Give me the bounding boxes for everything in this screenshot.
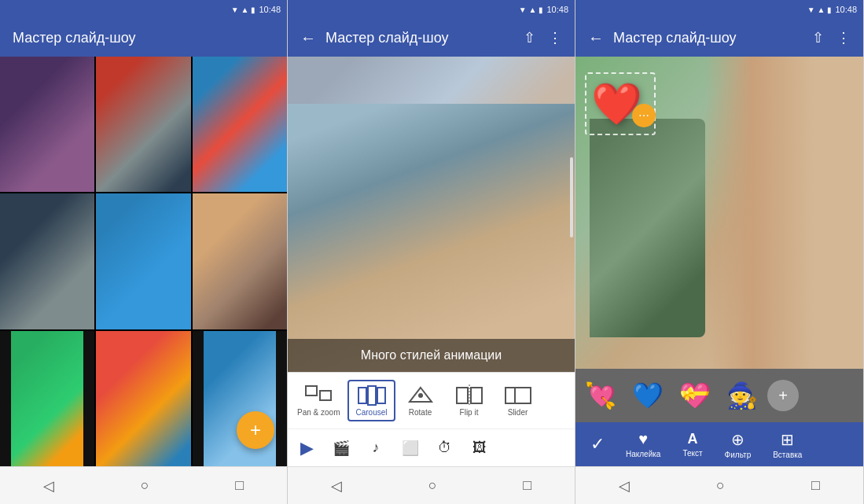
carousel-label: Carousel [355, 408, 387, 417]
sticker-content: ❤️ ⋯ 💘 💙 💝 🧙 + [575, 57, 863, 466]
rotate-icon [406, 384, 435, 407]
status-icons-2: ▼ ▲ ▮ [519, 6, 544, 14]
anim-rotate[interactable]: Rotate [397, 381, 444, 420]
signal-icon-3: ▼ [807, 6, 815, 14]
insert-tool-button[interactable]: ⊞ Вставка [763, 427, 811, 462]
wifi-icon-2: ▲ [529, 6, 537, 14]
photo-grid [0, 57, 287, 466]
play-button[interactable]: ▶ [294, 436, 319, 461]
filter-tool-button[interactable]: ⊕ Фильтр [715, 427, 761, 462]
grid-cell-0[interactable] [0, 57, 94, 192]
svg-rect-7 [457, 388, 468, 403]
check-button[interactable]: ✓ [582, 429, 613, 460]
grid-cell-7[interactable] [96, 331, 190, 466]
sticker-tool-button[interactable]: ♥ Наклейка [616, 427, 670, 462]
grid-cell-8[interactable] [193, 331, 287, 466]
share-icon-2[interactable]: ⇧ [524, 29, 535, 46]
more-icon-3[interactable]: ⋮ [836, 29, 851, 46]
anim-carousel[interactable]: Carousel [347, 380, 395, 421]
anim-slider[interactable]: Slider [495, 381, 542, 420]
svg-rect-8 [471, 388, 482, 403]
video-button[interactable]: 🎬 [329, 436, 354, 461]
anim-toolbar: Pan & zoom Carousel [288, 372, 575, 429]
music-button[interactable]: ♪ [363, 436, 388, 461]
bottom-nav-1: ◁ ○ □ [0, 466, 287, 504]
nav-home-2[interactable]: ○ [428, 477, 437, 494]
nav-back-1[interactable]: ◁ [43, 477, 54, 495]
sticker-label: Наклейка [626, 450, 660, 458]
back-button-3[interactable]: ← [588, 29, 604, 47]
carousel-icon [358, 384, 386, 407]
photo-girl-dark [0, 57, 94, 192]
svg-rect-3 [368, 386, 376, 405]
grid-cell-3[interactable] [0, 193, 94, 329]
photo-eiffel [0, 193, 94, 329]
grid-cell-4[interactable] [96, 193, 190, 329]
nav-back-3[interactable]: ◁ [619, 477, 630, 495]
status-bar-2: ▼ ▲ ▮ 10:48 [288, 0, 575, 19]
battery-icon-2: ▮ [539, 6, 543, 14]
phone-1: ▼ ▲ ▮ 10:48 Мастер слайд-шоу [0, 0, 288, 504]
slide-button[interactable]: ⬜ [398, 436, 423, 461]
grid-cell-2[interactable] [193, 57, 287, 192]
nav-home-1[interactable]: ○ [141, 477, 149, 494]
dot-menu-icon: ⋯ [638, 109, 649, 122]
filter-label: Фильтр [725, 451, 752, 459]
svg-point-6 [418, 393, 423, 398]
photo-boat [96, 193, 190, 329]
back-button-2[interactable]: ← [300, 29, 316, 47]
sticker-blue-heart[interactable]: 💙 [626, 373, 670, 418]
editor-content: Много стилей анимации Pan & zoom [288, 57, 575, 466]
nav-recent-2[interactable]: □ [523, 477, 531, 494]
anim-flip[interactable]: Flip it [446, 381, 493, 420]
more-icon-2[interactable]: ⋮ [548, 29, 562, 46]
slide-icon: ⬜ [402, 440, 419, 457]
photo-child [0, 331, 94, 466]
grid-cell-6[interactable] [0, 331, 94, 466]
nav-home-3[interactable]: ○ [716, 477, 725, 494]
slider-icon [504, 384, 532, 407]
status-icons-3: ▼ ▲ ▮ [807, 6, 833, 14]
anim-pan-zoom[interactable]: Pan & zoom [291, 381, 346, 420]
rotate-label: Rotate [409, 408, 432, 417]
svg-rect-1 [320, 391, 331, 400]
sticker-arrow-heart[interactable]: 💘 [579, 373, 623, 418]
text-tool-button[interactable]: A Текст [673, 428, 711, 461]
svg-rect-4 [377, 388, 385, 403]
svg-rect-2 [358, 388, 366, 403]
check-icon: ✓ [590, 434, 605, 454]
sticker-add-button[interactable]: + [767, 380, 799, 411]
battery-icon-1: ▮ [251, 6, 256, 14]
text-icon: A [688, 431, 698, 447]
grid-cell-5[interactable] [193, 193, 287, 329]
app-bar-3: ← Мастер слайд-шоу ⇧ ⋮ [575, 19, 863, 57]
sticker-witch[interactable]: 🧙 [720, 373, 764, 418]
sticker-icon: ♥ [638, 430, 648, 448]
svg-rect-10 [506, 388, 531, 403]
frame-icon: 🖼 [472, 440, 487, 456]
insert-label: Вставка [773, 451, 802, 459]
preview-top [288, 57, 575, 104]
app-title-2: Мастер слайд-шоу [325, 30, 514, 46]
music-icon: ♪ [373, 440, 380, 456]
app-title-1: Мастер слайд-шоу [13, 30, 274, 46]
time-3: 10:48 [835, 5, 857, 14]
timer-button[interactable]: ⏱ [432, 436, 458, 461]
nav-back-2[interactable]: ◁ [331, 477, 342, 495]
frame-button[interactable]: 🖼 [467, 436, 492, 461]
filter-icon: ⊕ [731, 430, 745, 449]
grid-cell-1[interactable] [96, 57, 190, 192]
phone-2: ▼ ▲ ▮ 10:48 ← Мастер слайд-шоу ⇧ ⋮ М [288, 0, 575, 504]
phone-3: ▼ ▲ ▮ 10:48 ← Мастер слайд-шоу ⇧ ⋮ ❤️ [575, 0, 864, 504]
photo-airplane [193, 331, 287, 466]
photo-edit-area: ❤️ ⋯ [575, 57, 863, 369]
share-icon-3[interactable]: ⇧ [812, 29, 824, 46]
photo-background [288, 104, 575, 372]
nav-recent-1[interactable]: □ [235, 477, 244, 494]
preview-main[interactable]: Много стилей анимации [288, 104, 575, 372]
sticker-dot-menu[interactable]: ⋯ [632, 104, 656, 127]
fab-add[interactable]: + [237, 411, 274, 449]
sticker-gift-heart[interactable]: 💝 [673, 373, 717, 418]
nav-recent-3[interactable]: □ [811, 477, 820, 494]
action-icons-2: ⇧ ⋮ [524, 29, 562, 46]
